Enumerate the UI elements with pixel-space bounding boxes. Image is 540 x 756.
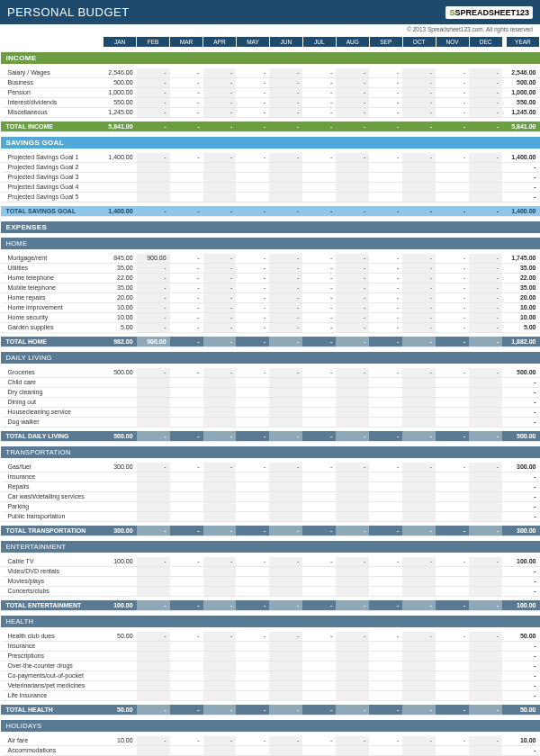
cell[interactable]: [402, 511, 436, 521]
cell[interactable]: [236, 417, 269, 427]
cell[interactable]: [104, 651, 137, 661]
cell[interactable]: -: [137, 97, 170, 107]
cell[interactable]: -: [369, 68, 402, 78]
cell[interactable]: [336, 482, 369, 491]
cell[interactable]: [170, 407, 203, 417]
cell[interactable]: [336, 690, 369, 700]
cell[interactable]: [369, 482, 402, 491]
cell[interactable]: 50.00: [104, 632, 137, 642]
cell[interactable]: [302, 377, 336, 387]
cell[interactable]: -: [369, 87, 402, 97]
cell[interactable]: [336, 417, 369, 427]
cell[interactable]: -: [402, 736, 436, 746]
cell[interactable]: [436, 566, 469, 576]
cell[interactable]: [137, 586, 170, 596]
cell[interactable]: -: [469, 463, 502, 472]
cell[interactable]: -: [302, 283, 336, 292]
cell[interactable]: -: [170, 312, 203, 322]
cell[interactable]: -: [170, 322, 203, 332]
cell[interactable]: -: [236, 368, 269, 378]
cell[interactable]: -: [336, 87, 369, 97]
cell[interactable]: [269, 586, 302, 596]
cell[interactable]: -: [436, 97, 469, 107]
cell[interactable]: [269, 501, 302, 511]
cell[interactable]: [236, 651, 269, 661]
cell[interactable]: [436, 641, 469, 651]
cell[interactable]: [436, 397, 469, 407]
cell[interactable]: -: [236, 153, 269, 163]
cell[interactable]: [302, 387, 336, 397]
cell[interactable]: -: [402, 312, 436, 322]
cell[interactable]: [336, 670, 369, 680]
cell[interactable]: [302, 576, 336, 586]
cell[interactable]: [402, 651, 436, 661]
cell[interactable]: -: [269, 283, 302, 292]
cell[interactable]: [104, 172, 137, 182]
cell[interactable]: [402, 661, 436, 670]
cell[interactable]: -: [137, 736, 170, 746]
cell[interactable]: -: [137, 153, 170, 163]
cell[interactable]: [236, 566, 269, 576]
cell[interactable]: [369, 397, 402, 407]
cell[interactable]: -: [436, 312, 469, 322]
cell[interactable]: [170, 182, 203, 192]
cell[interactable]: -: [402, 292, 436, 302]
cell[interactable]: -: [302, 153, 336, 163]
cell[interactable]: -: [436, 87, 469, 97]
cell[interactable]: -: [302, 273, 336, 283]
cell[interactable]: -: [469, 322, 502, 332]
cell[interactable]: [369, 377, 402, 387]
cell[interactable]: -: [436, 68, 469, 78]
cell[interactable]: [170, 501, 203, 511]
cell[interactable]: [302, 192, 336, 202]
cell[interactable]: -: [436, 254, 469, 264]
cell[interactable]: -: [336, 153, 369, 163]
cell[interactable]: -: [236, 302, 269, 312]
cell[interactable]: [369, 192, 402, 202]
cell[interactable]: [469, 397, 502, 407]
cell[interactable]: -: [469, 736, 502, 746]
cell[interactable]: -: [170, 107, 203, 117]
cell[interactable]: [469, 192, 502, 202]
cell[interactable]: [302, 172, 336, 182]
cell[interactable]: [104, 680, 137, 690]
cell[interactable]: -: [269, 322, 302, 332]
cell[interactable]: [170, 192, 203, 202]
cell[interactable]: -: [269, 273, 302, 283]
cell[interactable]: [402, 576, 436, 586]
cell[interactable]: [203, 680, 237, 690]
cell[interactable]: [336, 641, 369, 651]
cell[interactable]: [436, 182, 469, 192]
cell[interactable]: -: [369, 368, 402, 378]
cell[interactable]: -: [469, 263, 502, 273]
cell[interactable]: -: [302, 557, 336, 567]
cell[interactable]: [170, 417, 203, 427]
cell[interactable]: 20.00: [104, 292, 137, 302]
cell[interactable]: [203, 417, 237, 427]
cell[interactable]: [402, 680, 436, 690]
cell[interactable]: -: [203, 87, 237, 97]
cell[interactable]: -: [369, 736, 402, 746]
cell[interactable]: -: [402, 463, 436, 472]
cell[interactable]: [170, 576, 203, 586]
cell[interactable]: [203, 377, 237, 387]
cell[interactable]: [369, 680, 402, 690]
cell[interactable]: -: [236, 77, 269, 87]
cell[interactable]: -: [402, 87, 436, 97]
cell[interactable]: -: [436, 322, 469, 332]
cell[interactable]: [104, 472, 137, 482]
cell[interactable]: [236, 745, 269, 755]
cell[interactable]: -: [369, 254, 402, 264]
cell[interactable]: -: [302, 322, 336, 332]
cell[interactable]: [336, 387, 369, 397]
cell[interactable]: [436, 670, 469, 680]
cell[interactable]: [402, 162, 436, 172]
cell[interactable]: [369, 182, 402, 192]
cell[interactable]: [469, 491, 502, 501]
cell[interactable]: [469, 511, 502, 521]
cell[interactable]: -: [170, 463, 203, 472]
cell[interactable]: -: [336, 273, 369, 283]
cell[interactable]: [402, 417, 436, 427]
cell[interactable]: -: [236, 107, 269, 117]
cell[interactable]: [137, 377, 170, 387]
